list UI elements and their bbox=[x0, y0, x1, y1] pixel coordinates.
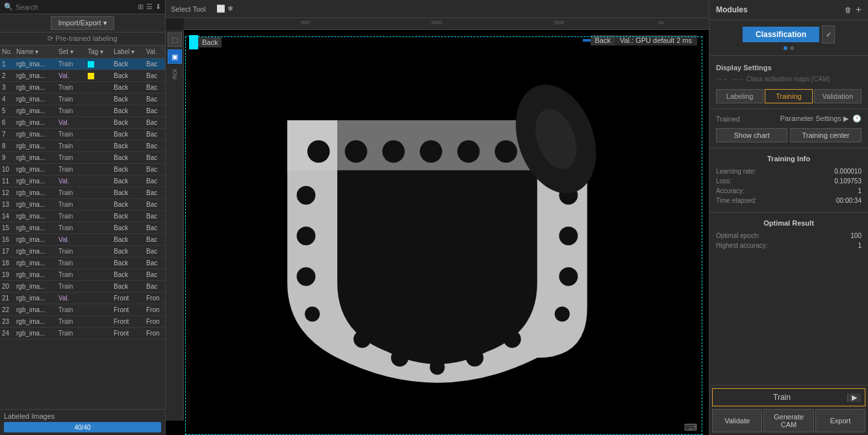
table-row[interactable]: 19 rgb_ima... Train Back Bac bbox=[0, 269, 165, 281]
table-row[interactable]: 22 rgb_ima... Train Front Fron bbox=[0, 304, 165, 316]
filter-icon[interactable]: ⊞ bbox=[138, 3, 144, 11]
table-row[interactable]: 7 rgb_ima... Train Back Bac bbox=[0, 129, 165, 140]
tab-labeling[interactable]: Labeling bbox=[716, 89, 763, 103]
cell-set: Train bbox=[57, 270, 86, 280]
table-row[interactable]: 20 rgb_ima... Train Back Bac bbox=[0, 281, 165, 293]
ruler-500: 500 bbox=[301, 20, 309, 25]
col-tag[interactable]: Tag ▾ bbox=[86, 47, 112, 57]
cell-set: Val. bbox=[57, 176, 86, 186]
cell-name: rgb_ima... bbox=[14, 141, 57, 151]
table-row[interactable]: 3 rgb_ima... Train Back Bac bbox=[0, 82, 165, 94]
cell-label: Front bbox=[112, 293, 144, 303]
keyboard-icon: ⌨ bbox=[684, 422, 697, 432]
col-no[interactable]: No. bbox=[0, 47, 14, 57]
training-center-button[interactable]: Training center bbox=[790, 128, 862, 142]
table-row[interactable]: 23 rgb_ima... Train Front Fron bbox=[0, 316, 165, 328]
table-row[interactable]: 12 rgb_ima... Train Back Bac bbox=[0, 187, 165, 199]
classification-button[interactable]: Classification bbox=[743, 27, 819, 42]
cell-name: rgb_ima... bbox=[14, 94, 57, 104]
trash-icon[interactable]: 🗑 bbox=[845, 6, 852, 14]
modules-icons: 🗑 + bbox=[845, 4, 862, 16]
search-input[interactable] bbox=[16, 3, 135, 11]
learning-rate-row: Learning rate: 0.000010 bbox=[716, 166, 862, 176]
highest-accuracy-value: 1 bbox=[858, 242, 862, 249]
search-bar: 🔍 ⊞ ☰ ⬇ bbox=[0, 0, 165, 14]
table-row[interactable]: 16 rgb_ima... Val. Back Bac bbox=[0, 234, 165, 246]
cam-label: →← →← Class activation maps (CAM) bbox=[709, 74, 868, 86]
optimal-epoch-row: Optimal epoch: 100 bbox=[716, 231, 862, 241]
cell-label: Back bbox=[112, 165, 144, 174]
table-row[interactable]: 6 rgb_ima... Val. Back Bac bbox=[0, 117, 165, 129]
cell-no: 2 bbox=[0, 71, 14, 81]
generate-cam-button[interactable]: Generate CAM bbox=[763, 409, 813, 432]
chevron-button[interactable]: ✓ bbox=[822, 25, 835, 44]
search-bar-icons: ⊞ ☰ ⬇ bbox=[138, 3, 161, 11]
validate-button[interactable]: Validate bbox=[712, 409, 762, 432]
train-button-arrow[interactable]: ▶ bbox=[847, 393, 861, 402]
param-settings-link[interactable]: Parameter Settings ▶ 🕐 bbox=[780, 114, 862, 123]
table-row[interactable]: 4 rgb_ima... Train Back Bac bbox=[0, 94, 165, 105]
col-label[interactable]: Label ▾ bbox=[112, 47, 144, 57]
ruler-1000: 1000 bbox=[431, 20, 442, 25]
plus-icon[interactable]: + bbox=[856, 4, 862, 16]
history-icon[interactable]: 🕐 bbox=[852, 114, 862, 123]
tool-roi[interactable]: ▣ bbox=[168, 49, 182, 64]
training-info-title: Training Info bbox=[716, 155, 862, 163]
optimal-epoch-value: 100 bbox=[850, 232, 862, 239]
time-elapsed-label: Time elapsed: bbox=[716, 197, 756, 204]
divider-4 bbox=[709, 212, 868, 213]
col-name[interactable]: Name ▾ bbox=[14, 47, 57, 57]
cell-set: Train bbox=[57, 200, 86, 209]
table-row[interactable]: 1 rgb_ima... Train Back Bac bbox=[0, 59, 165, 70]
badge-back-right: Back bbox=[591, 35, 614, 46]
table-row[interactable]: 8 rgb_ima... Train Back Bac bbox=[0, 140, 165, 152]
cell-tag bbox=[86, 282, 112, 291]
progress-bar-container: 40/40 bbox=[4, 422, 161, 432]
export-button[interactable]: Export bbox=[815, 409, 865, 432]
tab-training[interactable]: Training bbox=[765, 89, 812, 103]
table-row[interactable]: 2 rgb_ima... Val. Back Bac bbox=[0, 70, 165, 82]
table-row[interactable]: 9 rgb_ima... Train Back Bac bbox=[0, 152, 165, 164]
list-icon[interactable]: ☰ bbox=[146, 3, 153, 11]
table-row[interactable]: 10 rgb_ima... Train Back Bac bbox=[0, 164, 165, 176]
cell-set: Train bbox=[57, 246, 86, 256]
cell-name: rgb_ima... bbox=[14, 83, 57, 92]
table-row[interactable]: 5 rgb_ima... Train Back Bac bbox=[0, 105, 165, 117]
metal-plate-image bbox=[249, 70, 626, 395]
accuracy-value: 1 bbox=[858, 187, 862, 194]
cell-set: Train bbox=[57, 59, 86, 69]
train-button[interactable]: Train bbox=[717, 393, 847, 402]
col-val[interactable]: Val. bbox=[144, 47, 167, 57]
cell-set: Train bbox=[57, 188, 86, 198]
cell-name: rgb_ima... bbox=[14, 176, 57, 186]
bottom-three-buttons: Validate Generate CAM Export bbox=[712, 409, 865, 432]
cell-name: rgb_ima... bbox=[14, 71, 57, 81]
svg-point-18 bbox=[391, 349, 409, 366]
download-icon[interactable]: ⬇ bbox=[155, 3, 161, 11]
svg-point-2 bbox=[345, 140, 368, 163]
table-row[interactable]: 21 rgb_ima... Val. Front Fron bbox=[0, 293, 165, 304]
tool-select[interactable]: ⬚ bbox=[168, 33, 182, 47]
tab-validation[interactable]: Validation bbox=[814, 89, 862, 103]
table-row[interactable]: 11 rgb_ima... Val. Back Bac bbox=[0, 176, 165, 187]
show-chart-button[interactable]: Show chart bbox=[716, 128, 787, 142]
loss-label: Loss: bbox=[716, 178, 732, 185]
cell-set: Train bbox=[57, 165, 86, 174]
table-row[interactable]: 13 rgb_ima... Train Back Bac bbox=[0, 199, 165, 211]
table-row[interactable]: 17 rgb_ima... Train Back Bac bbox=[0, 246, 165, 257]
col-set[interactable]: Set ▾ bbox=[57, 47, 86, 57]
cell-set: Train bbox=[57, 141, 86, 151]
import-export-button[interactable]: Import/Export ▾ bbox=[51, 16, 114, 30]
table-row[interactable]: 24 rgb_ima... Train Front Fron bbox=[0, 328, 165, 339]
bottom-action-row: Train ▶ Validate Generate CAM Export bbox=[709, 385, 868, 435]
table-row[interactable]: 18 rgb_ima... Train Back Bac bbox=[0, 257, 165, 269]
table-row[interactable]: 15 rgb_ima... Train Back Bac bbox=[0, 222, 165, 234]
accuracy-row: Accuracy: 1 bbox=[716, 186, 862, 196]
loss-value: 0.109753 bbox=[834, 178, 862, 185]
cell-no: 20 bbox=[0, 282, 14, 291]
pretrained-labeling-button[interactable]: ⟳ Pre-trained labeling bbox=[47, 34, 117, 43]
cell-val: Bac bbox=[144, 153, 165, 163]
trained-label: Trained bbox=[716, 115, 740, 123]
table-row[interactable]: 14 rgb_ima... Train Back Bac bbox=[0, 211, 165, 222]
cell-no: 24 bbox=[0, 328, 14, 338]
